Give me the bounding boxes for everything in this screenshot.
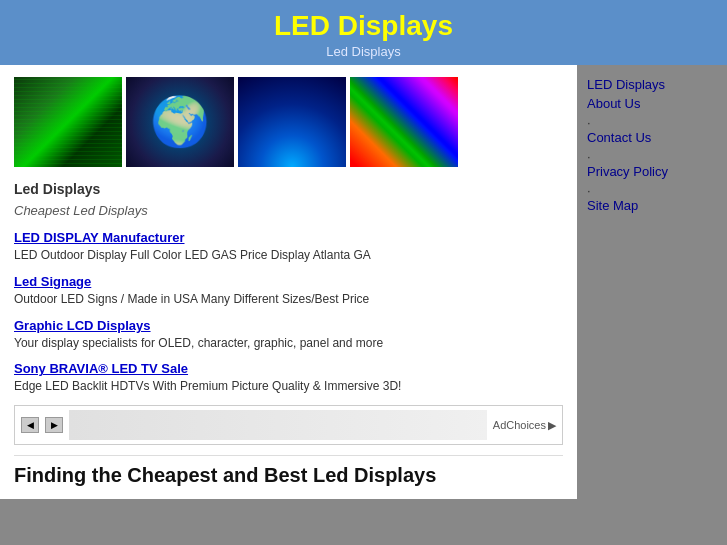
ad-choices: AdChoices ▶	[493, 419, 556, 432]
image-colorful	[350, 77, 458, 167]
ad-strip: ◀ ▶ AdChoices ▶	[14, 405, 563, 445]
listing-title[interactable]: LED DISPLAY Manufacturer	[14, 230, 185, 245]
layout: Led Displays Cheapest Led Displays LED D…	[0, 65, 727, 499]
bottom-heading: Finding the Cheapest and Best Led Displa…	[14, 455, 563, 487]
sidebar-nav-item: LED Displays	[587, 77, 717, 92]
main-content: Led Displays Cheapest Led Displays LED D…	[0, 65, 577, 499]
listing-item: Sony BRAVIA® LED TV SaleEdge LED Backlit…	[14, 361, 563, 395]
listing-title[interactable]: Sony BRAVIA® LED TV Sale	[14, 361, 188, 376]
sidebar-nav-link[interactable]: About Us	[587, 96, 717, 111]
sidebar-nav-item: Contact Us	[587, 115, 717, 145]
sidebar-nav-item: About Us	[587, 96, 717, 111]
ad-choices-icon: ▶	[548, 419, 556, 432]
section-title: Led Displays	[14, 181, 563, 197]
sidebar-nav-item: Privacy Policy	[587, 149, 717, 179]
sidebar-nav-link[interactable]: Contact Us	[587, 130, 717, 145]
listing-title[interactable]: Led Signage	[14, 274, 91, 289]
listing-desc: LED Outdoor Display Full Color LED GAS P…	[14, 247, 563, 264]
listing-desc: Outdoor LED Signs / Made in USA Many Dif…	[14, 291, 563, 308]
ad-prev-button[interactable]: ◀	[21, 417, 39, 433]
sidebar: LED DisplaysAbout UsContact UsPrivacy Po…	[577, 65, 727, 499]
page-title: LED Displays	[0, 10, 727, 42]
listing-desc: Your display specialists for OLED, chara…	[14, 335, 563, 352]
header: LED Displays Led Displays	[0, 0, 727, 65]
ad-content	[69, 410, 487, 440]
listings-container: LED DISPLAY ManufacturerLED Outdoor Disp…	[14, 230, 563, 395]
image-globe	[126, 77, 234, 167]
image-green-code	[14, 77, 122, 167]
header-subtitle: Led Displays	[0, 44, 727, 59]
sidebar-nav-link[interactable]: Privacy Policy	[587, 164, 717, 179]
listing-item: LED DISPLAY ManufacturerLED Outdoor Disp…	[14, 230, 563, 264]
listing-item: Graphic LCD DisplaysYour display special…	[14, 318, 563, 352]
image-blue-light	[238, 77, 346, 167]
listing-desc: Edge LED Backlit HDTVs With Premium Pict…	[14, 378, 563, 395]
ad-choices-label: AdChoices	[493, 419, 546, 431]
sidebar-nav: LED DisplaysAbout UsContact UsPrivacy Po…	[587, 77, 717, 213]
sidebar-nav-link[interactable]: Site Map	[587, 198, 717, 213]
listing-item: Led SignageOutdoor LED Signs / Made in U…	[14, 274, 563, 308]
image-strip	[14, 77, 563, 167]
sidebar-nav-item: Site Map	[587, 183, 717, 213]
section-subtitle: Cheapest Led Displays	[14, 203, 563, 218]
sidebar-nav-link[interactable]: LED Displays	[587, 77, 717, 92]
ad-next-button[interactable]: ▶	[45, 417, 63, 433]
listing-title[interactable]: Graphic LCD Displays	[14, 318, 151, 333]
